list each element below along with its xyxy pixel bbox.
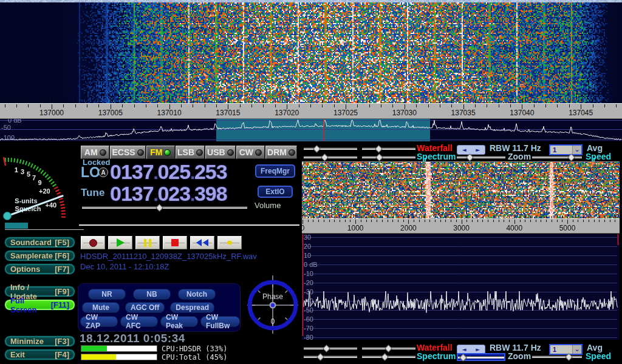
- slider-thumb[interactable]: [567, 153, 575, 161]
- main-frequency-scale[interactable]: 1370001370051370101370151370201370251370…: [0, 103, 622, 119]
- scale-tick: [545, 104, 546, 107]
- slider-track: [362, 147, 415, 150]
- audio-waterfall-display[interactable]: [302, 162, 620, 218]
- slider-thumb[interactable]: [316, 353, 324, 361]
- pause-button[interactable]: [135, 236, 160, 249]
- slider-thumb[interactable]: [459, 354, 467, 362]
- audio-spectrum-display[interactable]: 3020100 dB-10-20-30-40-50-60-70-80: [302, 234, 620, 340]
- scale-tick: [488, 220, 488, 222]
- full-screen-button[interactable]: Full Screen[F11]: [4, 299, 75, 311]
- soundcard-button[interactable]: Soundcard[F5]: [4, 237, 75, 248]
- spinner-left-arrow-icon[interactable]: ◄: [462, 147, 466, 153]
- loop-button[interactable]: [217, 236, 242, 249]
- bottom-zoom-slider[interactable]: [457, 353, 505, 361]
- top-spectrum-range-slider[interactable]: [362, 155, 415, 160]
- nb-button[interactable]: NB: [133, 289, 171, 300]
- top-brightness-slider[interactable]: [304, 146, 357, 152]
- cw-zap-button[interactable]: CW ZAP: [80, 316, 118, 327]
- record-button[interactable]: [81, 236, 105, 249]
- scale-tick: [334, 104, 335, 107]
- audio-db-label: -80: [304, 334, 313, 340]
- button-fkey: [F4]: [55, 350, 69, 359]
- lo-auto-badge[interactable]: A: [98, 167, 108, 177]
- dsp-row: MuteAGC OffDespread: [78, 302, 240, 313]
- spinner-right-arrow-icon[interactable]: ►: [476, 147, 480, 153]
- audio-db-label: 0 dB: [304, 261, 318, 268]
- slider-thumb[interactable]: [313, 145, 321, 153]
- top-contrast-slider[interactable]: [362, 146, 415, 152]
- lo-frequency-display[interactable]: 0137.025.253: [110, 160, 227, 184]
- bottom-speed-slider[interactable]: [532, 354, 582, 360]
- mode-button-usb[interactable]: USB: [205, 146, 236, 159]
- mode-button-cw[interactable]: CW: [236, 146, 265, 159]
- mode-button-am[interactable]: AM: [81, 146, 109, 159]
- top-rbw-spinner[interactable]: ◄►: [457, 145, 485, 155]
- cw-afc-button[interactable]: CW AFC: [120, 316, 158, 327]
- squelch-level-bar[interactable]: [5, 223, 28, 229]
- top-speed-slider[interactable]: [532, 155, 582, 160]
- mute-button[interactable]: Mute: [82, 302, 120, 313]
- audio-db-label: -10: [304, 270, 313, 277]
- freqmgr-button[interactable]: FreqMgr: [255, 164, 295, 178]
- notch-button[interactable]: Notch: [178, 289, 216, 300]
- separator-line: [79, 224, 299, 226]
- scale-tick: [302, 220, 303, 224]
- slider-thumb[interactable]: [384, 345, 392, 352]
- scale-tick: [429, 220, 430, 222]
- cw-peak-button[interactable]: CW Peak: [160, 316, 198, 327]
- slider-track: [532, 356, 582, 358]
- slider-thumb[interactable]: [381, 353, 389, 361]
- despread-button[interactable]: Despread: [170, 302, 214, 313]
- slider-thumb[interactable]: [321, 153, 329, 161]
- mode-button-ecss[interactable]: ECSS: [110, 146, 145, 159]
- play-button[interactable]: [108, 236, 132, 249]
- top-spectrum-label[interactable]: Spectrum: [417, 152, 456, 161]
- spinner-right-arrow-icon[interactable]: ►: [476, 347, 480, 352]
- stop-button[interactable]: [163, 236, 187, 249]
- bottom-avg-dropdown[interactable]: 1⌄: [549, 344, 583, 355]
- slider-thumb[interactable]: [323, 345, 330, 352]
- bottom-brightness-slider[interactable]: [304, 346, 357, 351]
- slider-thumb[interactable]: [375, 145, 383, 153]
- top-avg-dropdown[interactable]: 1⌄: [549, 144, 583, 155]
- main-waterfall-display[interactable]: [0, 0, 622, 103]
- cw-fullbw-button[interactable]: CW FullBw: [200, 316, 240, 327]
- rewind-button[interactable]: [190, 236, 214, 249]
- options-button[interactable]: Options[F7]: [4, 263, 75, 275]
- mode-label: AM: [84, 147, 98, 157]
- agc-off-button[interactable]: AGC Off: [125, 302, 165, 313]
- volume-slider[interactable]: [82, 205, 247, 211]
- scale-tick: [122, 104, 123, 107]
- scale-tick: [615, 220, 615, 222]
- scale-tick: [398, 220, 398, 222]
- minimize-button[interactable]: Minimize[F3]: [4, 335, 75, 347]
- top-zoom-slider[interactable]: [457, 155, 505, 160]
- main-spectrum-display[interactable]: 0 dB -50 -100: [0, 119, 622, 141]
- audio-frequency-scale[interactable]: 010002000300040005000: [302, 218, 620, 234]
- slider-thumb[interactable]: [566, 353, 573, 361]
- mode-button-drm[interactable]: DRM: [265, 146, 297, 159]
- bottom-spectrum-label[interactable]: Spectrum: [417, 352, 456, 361]
- scale-tick: [419, 220, 420, 222]
- exit-button[interactable]: Exit[F4]: [4, 349, 75, 360]
- samplerate-button[interactable]: Samplerate[F6]: [4, 250, 75, 261]
- audio-freq-label: 4000: [496, 224, 533, 232]
- scale-tick: [414, 220, 414, 222]
- slider-thumb[interactable]: [156, 204, 163, 212]
- chevron-down-icon[interactable]: ⌄: [572, 146, 581, 154]
- spinner-left-arrow-icon[interactable]: ◄: [462, 347, 466, 352]
- chevron-down-icon[interactable]: ⌄: [572, 345, 581, 354]
- bottom-contrast-slider[interactable]: [362, 346, 415, 351]
- cpu-total-label: CPU:Total (45%): [162, 353, 227, 362]
- slider-thumb[interactable]: [466, 153, 474, 161]
- nr-button[interactable]: NR: [88, 289, 126, 300]
- mode-button-fm[interactable]: FM: [146, 146, 175, 159]
- extio-button[interactable]: ExtIO: [258, 186, 293, 198]
- bottom-spectrum-range-slider[interactable]: [362, 354, 415, 360]
- bottom-spectrum-gain-slider[interactable]: [304, 354, 357, 360]
- scale-tick: [310, 104, 311, 107]
- slider-thumb[interactable]: [375, 153, 383, 161]
- top-spectrum-gain-slider[interactable]: [304, 155, 357, 160]
- tune-frequency-display[interactable]: 0137.023.398: [110, 182, 227, 206]
- mode-button-lsb[interactable]: LSB: [176, 146, 205, 159]
